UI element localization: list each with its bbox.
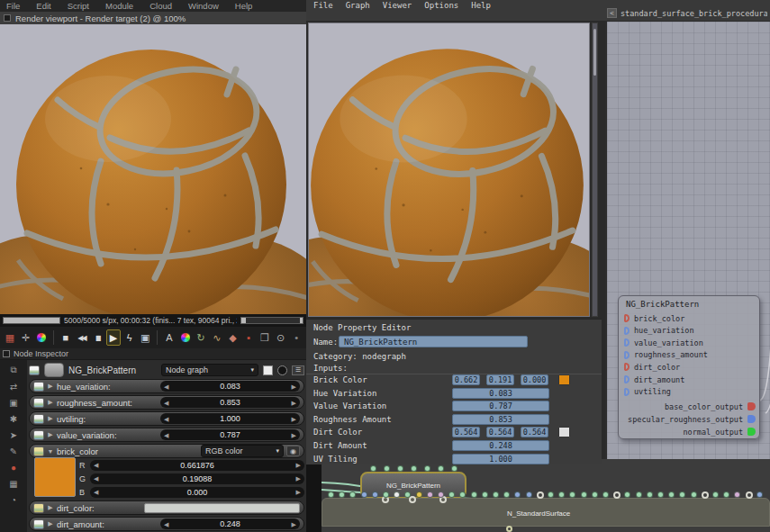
render-viewport[interactable]	[0, 24, 306, 314]
scrollbar-thumb[interactable]	[593, 29, 596, 76]
surface-node-input-pin[interactable]	[702, 491, 709, 499]
display-output-icon[interactable]: ▣	[138, 329, 152, 346]
input-value-field[interactable]: 0.000	[521, 374, 548, 385]
menu-help[interactable]: Help	[235, 1, 253, 11]
expand-arrow-icon[interactable]: ▶	[47, 504, 54, 511]
menu-module[interactable]: Module	[105, 1, 133, 11]
material-preview-viewport[interactable]	[308, 23, 590, 317]
input-pin[interactable]	[624, 338, 630, 347]
expand-arrow-icon[interactable]: ▶	[47, 415, 54, 422]
surface-node-input-pin[interactable]	[691, 491, 697, 498]
menu-help[interactable]: Help	[471, 1, 491, 10]
curves-icon[interactable]: ∿	[210, 329, 224, 346]
menu-window[interactable]: Window	[188, 1, 219, 11]
input-value-field[interactable]: 0.662	[452, 374, 480, 385]
play-icon[interactable]: ▶	[106, 329, 121, 346]
surface-node-input-pin[interactable]	[526, 491, 532, 498]
green-channel-slider[interactable]: ◀ 0.19088 ▶	[90, 473, 304, 484]
menu-file[interactable]: File	[6, 1, 20, 11]
surface-node-input-pin[interactable]	[372, 491, 378, 498]
color-mode-dropdown[interactable]: RGB color ▾	[201, 445, 284, 457]
input-pin[interactable]	[624, 351, 630, 359]
brick-node-input-pin[interactable]	[384, 465, 390, 472]
slider-increment-icon[interactable]: ▶	[292, 432, 296, 439]
input-value-field[interactable]: 0.564	[486, 427, 514, 437]
input-value-field[interactable]: 0.853	[452, 414, 549, 425]
menu-file[interactable]: File	[313, 1, 333, 10]
expand-arrow-icon[interactable]: ▶	[47, 399, 54, 406]
brick-node-output-pin[interactable]	[409, 496, 416, 503]
surface-node-input-pin[interactable]	[548, 491, 554, 498]
input-pin[interactable]	[624, 327, 630, 335]
brick-node-input-pin[interactable]	[424, 465, 430, 472]
roughness-amount-slider[interactable]: ◀ 0.853 ▶	[160, 397, 300, 408]
keyframe-icon[interactable]: ◆	[226, 329, 240, 346]
surface-node-input-pin[interactable]	[569, 491, 575, 498]
input-pin[interactable]	[624, 388, 630, 396]
output-pin[interactable]	[747, 402, 756, 410]
search-zoom-icon[interactable]: ⊙	[274, 329, 288, 346]
surface-node-input-pin[interactable]	[383, 491, 389, 498]
menu-cloud[interactable]: Cloud	[149, 1, 172, 11]
node-name-field[interactable]: NG_BrickPattern	[339, 336, 528, 347]
surface-node-input-pin[interactable]	[471, 491, 477, 498]
surface-node-input-pin[interactable]	[459, 491, 466, 498]
node-type-dropdown[interactable]: Node graph ▾	[161, 364, 258, 376]
surface-node-input-pin[interactable]	[734, 491, 740, 498]
color-swatch[interactable]	[558, 374, 570, 385]
surface-node-input-pin[interactable]	[427, 491, 433, 498]
color-wheel-icon[interactable]	[34, 329, 49, 346]
render-region-icon[interactable]: ▦	[3, 329, 17, 346]
color-swatch[interactable]	[558, 427, 570, 437]
input-pin[interactable]	[624, 375, 630, 383]
slider-decrement-icon[interactable]: ◀	[164, 521, 168, 528]
brick-node-input-pin[interactable]	[397, 465, 403, 472]
slider-increment-icon[interactable]: ▶	[296, 462, 301, 469]
surface-node-input-pin[interactable]	[339, 491, 345, 498]
stop-icon[interactable]: ■	[59, 329, 73, 346]
brick-node-input-pin[interactable]	[411, 465, 417, 472]
clock-icon[interactable]: ◔	[5, 493, 22, 506]
pause-icon[interactable]: ▮▮	[90, 329, 104, 346]
slider-decrement-icon[interactable]: ◀	[94, 489, 98, 496]
output-pin[interactable]	[747, 428, 756, 436]
output-pin[interactable]	[747, 415, 756, 423]
ball-preview-button[interactable]	[277, 365, 287, 375]
brush-icon[interactable]: ✎	[5, 445, 22, 457]
ipr-lightning-icon[interactable]: ϟ	[122, 329, 137, 346]
input-pin[interactable]	[624, 363, 630, 371]
surface-node-input-pin[interactable]	[624, 491, 630, 498]
surface-output-pin[interactable]	[506, 526, 512, 532]
expand-arrow-icon[interactable]: ▶	[47, 431, 54, 438]
visibility-eye-icon[interactable]: ◉	[286, 446, 300, 456]
collapse-arrow-icon[interactable]: ▼	[47, 448, 54, 455]
surface-node-input-pin[interactable]	[712, 491, 719, 498]
menu-graph[interactable]: Graph	[346, 1, 370, 10]
surface-node-input-pin[interactable]	[756, 491, 763, 498]
viewport-scrollbar[interactable]	[592, 23, 598, 317]
record-icon[interactable]: ▪	[241, 329, 256, 346]
brick-node-input-pin[interactable]	[451, 465, 457, 472]
node-icon[interactable]: ✱	[5, 412, 22, 425]
input-value-field[interactable]: 0.083	[452, 388, 549, 399]
blue-channel-slider[interactable]: ◀ 0.000 ▶	[90, 487, 304, 498]
flat-preview-button[interactable]	[263, 365, 273, 375]
layout-icon[interactable]: ❒	[258, 329, 272, 346]
nodegraph-canvas[interactable]: NG_BrickPattern brick_colorhue_variation…	[605, 22, 770, 459]
paint-drop-icon[interactable]: ●	[5, 461, 22, 473]
back-button[interactable]: <	[607, 8, 617, 18]
brick-node-input-pin[interactable]	[370, 465, 376, 472]
options-menu-button[interactable]: ☰	[292, 365, 304, 375]
slider-increment-icon[interactable]: ▶	[292, 416, 296, 423]
frame-icon[interactable]: ▦	[5, 477, 22, 490]
surface-node-input-pin[interactable]	[636, 491, 642, 498]
surface-node-input-pin[interactable]	[679, 491, 685, 498]
slider-decrement-icon[interactable]: ◀	[94, 462, 98, 469]
surface-node-input-pin[interactable]	[349, 491, 356, 498]
surface-node-input-pin[interactable]	[558, 491, 565, 498]
surface-node-input-pin[interactable]	[416, 491, 422, 498]
surface-node-input-pin[interactable]	[668, 491, 675, 498]
surface-node-input-pin[interactable]	[482, 491, 488, 498]
surface-node-input-pin[interactable]	[493, 491, 499, 498]
surface-node-input-pin[interactable]	[647, 491, 653, 498]
